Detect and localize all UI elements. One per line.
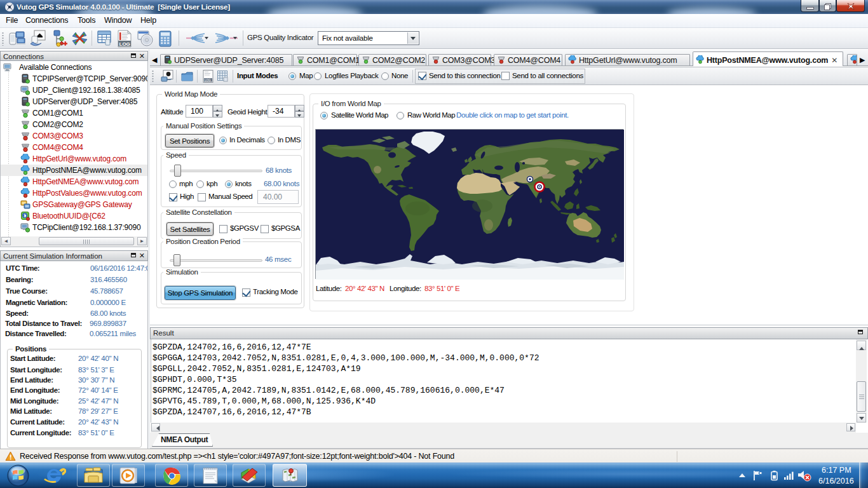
- svg-text:LOG: LOG: [119, 41, 130, 47]
- svg-text:LOG: LOG: [205, 79, 211, 82]
